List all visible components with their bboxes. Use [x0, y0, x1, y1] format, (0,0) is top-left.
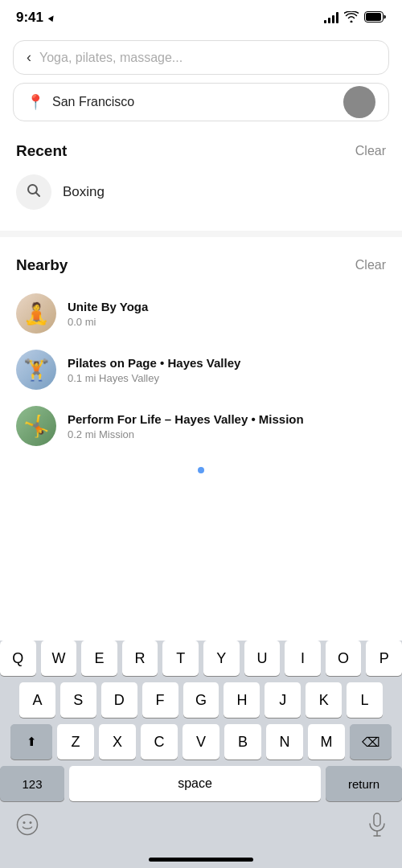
- emoji-icon[interactable]: [16, 813, 39, 841]
- recent-search-icon-wrap: [16, 174, 51, 210]
- status-bar: 9:41 ▲: [0, 0, 402, 32]
- nearby-title: Nearby: [16, 256, 68, 274]
- return-key[interactable]: return: [326, 766, 402, 801]
- divider: [0, 231, 402, 237]
- suggestion-dot: [198, 467, 204, 473]
- key-l[interactable]: L: [347, 682, 383, 718]
- pin-icon: 📍: [27, 93, 44, 111]
- location-toggle[interactable]: [343, 86, 375, 118]
- nearby-item[interactable]: 🤸 Perform For Life – Hayes Valley • Miss…: [16, 398, 386, 454]
- key-y[interactable]: Y: [203, 641, 240, 676]
- recent-header: Recent Clear: [16, 142, 386, 160]
- key-u[interactable]: U: [244, 641, 281, 676]
- search-placeholder[interactable]: Yoga, pilates, massage...: [39, 51, 375, 65]
- search-icon: [26, 182, 42, 203]
- nearby-item[interactable]: 🧘 Unite By Yoga 0.0 mi: [16, 285, 386, 342]
- location-container: 📍 San Francisco: [0, 83, 402, 129]
- recent-section: Recent Clear Boxing: [0, 129, 402, 224]
- suggestion-area: [0, 461, 402, 475]
- home-indicator: [149, 858, 253, 862]
- nearby-info-2: Perform For Life – Hayes Valley • Missio…: [68, 411, 304, 441]
- recent-item[interactable]: Boxing: [16, 171, 386, 218]
- key-m[interactable]: M: [308, 724, 345, 760]
- key-d[interactable]: D: [101, 682, 137, 718]
- key-h[interactable]: H: [224, 682, 260, 718]
- keyboard-row-2: A S D F G H J K L: [0, 682, 402, 718]
- nearby-meta-1: 0.1 mi Hayes Valley: [68, 372, 240, 384]
- nearby-info-0: Unite By Yoga 0.0 mi: [68, 299, 148, 329]
- signal-icon: [324, 12, 338, 23]
- key-n[interactable]: N: [266, 724, 303, 760]
- recent-clear-button[interactable]: Clear: [355, 144, 386, 158]
- nearby-header: Nearby Clear: [16, 256, 386, 274]
- nearby-thumb-2: 🤸: [16, 406, 56, 446]
- svg-line-3: [36, 192, 40, 196]
- search-bar[interactable]: ‹ Yoga, pilates, massage...: [13, 40, 389, 75]
- key-z[interactable]: Z: [57, 724, 94, 760]
- keyboard-row-1: Q W E R T Y U I O P: [0, 641, 402, 676]
- recent-title: Recent: [16, 142, 67, 160]
- nearby-info-1: Pilates on Page • Hayes Valley 0.1 mi Ha…: [68, 355, 240, 385]
- key-t[interactable]: T: [162, 641, 199, 676]
- location-arrow-icon: ▲: [45, 10, 59, 25]
- keyboard-extras: [0, 806, 402, 858]
- svg-point-4: [18, 815, 38, 835]
- svg-point-6: [30, 821, 32, 824]
- nearby-meta-2: 0.2 mi Mission: [68, 428, 304, 440]
- key-g[interactable]: G: [183, 682, 219, 718]
- wifi-icon: [344, 11, 359, 25]
- key-r[interactable]: R: [122, 641, 158, 676]
- nearby-meta-0: 0.0 mi: [68, 316, 148, 328]
- key-q[interactable]: Q: [0, 641, 36, 676]
- key-k[interactable]: K: [306, 682, 342, 718]
- keyboard: Q W E R T Y U I O P A S D F G H J K L ⬆ …: [0, 641, 402, 868]
- space-key[interactable]: space: [69, 766, 321, 801]
- nearby-item[interactable]: 🏋 Pilates on Page • Hayes Valley 0.1 mi …: [16, 342, 386, 398]
- backspace-key[interactable]: ⌫: [350, 724, 392, 760]
- search-container: ‹ Yoga, pilates, massage...: [0, 32, 402, 83]
- nearby-name-0: Unite By Yoga: [68, 299, 148, 315]
- nearby-thumb-1: 🏋: [16, 350, 56, 390]
- nearby-thumb-0: 🧘: [16, 293, 56, 334]
- key-x[interactable]: X: [99, 724, 136, 760]
- battery-icon: [364, 11, 386, 25]
- nearby-clear-button[interactable]: Clear: [355, 258, 386, 272]
- key-w[interactable]: W: [41, 641, 77, 676]
- key-p[interactable]: P: [366, 641, 402, 676]
- key-j[interactable]: J: [265, 682, 301, 718]
- keyboard-row-4: 123 space return: [0, 766, 402, 801]
- status-icons: [324, 11, 386, 25]
- shift-key[interactable]: ⬆: [10, 724, 52, 760]
- nearby-section: Nearby Clear 🧘 Unite By Yoga 0.0 mi 🏋 Pi…: [0, 244, 402, 461]
- nearby-name-2: Perform For Life – Hayes Valley • Missio…: [68, 411, 304, 428]
- nearby-name-1: Pilates on Page • Hayes Valley: [68, 355, 240, 371]
- svg-point-5: [23, 821, 26, 824]
- key-b[interactable]: B: [224, 724, 261, 760]
- mic-icon[interactable]: [368, 813, 386, 841]
- back-button[interactable]: ‹: [27, 49, 31, 66]
- recent-item-label: Boxing: [63, 184, 105, 200]
- key-a[interactable]: A: [19, 682, 55, 718]
- key-v[interactable]: V: [183, 724, 219, 760]
- keyboard-row-3: ⬆ Z X C V B N M ⌫: [0, 724, 402, 760]
- svg-rect-1: [366, 13, 381, 21]
- key-s[interactable]: S: [60, 682, 96, 718]
- location-city: San Francisco: [52, 95, 375, 109]
- svg-rect-7: [374, 813, 380, 826]
- key-c[interactable]: C: [141, 724, 178, 760]
- time-display: 9:41: [16, 10, 43, 26]
- location-bar[interactable]: 📍 San Francisco: [13, 83, 389, 121]
- key-o[interactable]: O: [326, 641, 362, 676]
- number-key[interactable]: 123: [0, 766, 64, 801]
- key-e[interactable]: E: [81, 641, 117, 676]
- key-i[interactable]: I: [285, 641, 321, 676]
- status-time: 9:41 ▲: [16, 10, 57, 26]
- key-f[interactable]: F: [142, 682, 178, 718]
